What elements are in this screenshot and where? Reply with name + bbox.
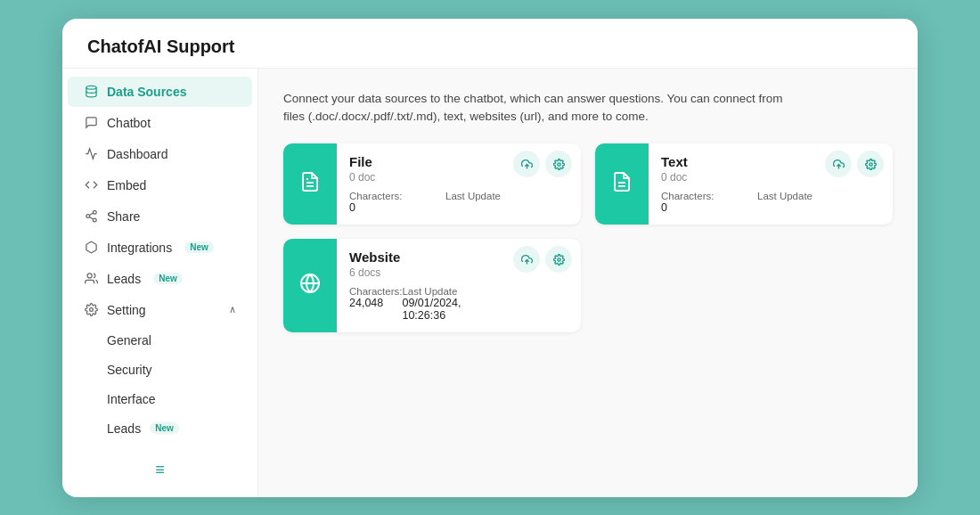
file-settings-button[interactable] xyxy=(545,151,572,177)
embed-icon xyxy=(84,178,98,192)
app-window: ChatofAI Support Data Sources Chatbot xyxy=(62,19,918,497)
text-settings-button[interactable] xyxy=(857,151,884,177)
svg-point-0 xyxy=(86,86,95,89)
file-card: File 0 doc Characters: 0 Last Update xyxy=(283,143,581,225)
svg-point-7 xyxy=(89,308,93,312)
text-chars-label: Characters: xyxy=(661,191,714,201)
file-card-accent xyxy=(283,143,337,225)
file-card-actions xyxy=(513,143,581,225)
svg-point-15 xyxy=(869,162,871,165)
sidebar-label-share: Share xyxy=(107,209,140,224)
website-action-buttons xyxy=(513,246,572,273)
svg-point-3 xyxy=(93,218,96,222)
db-icon xyxy=(84,85,98,99)
website-update-value: 09/01/2024, 10:26:36 xyxy=(402,297,501,322)
file-upload-button[interactable] xyxy=(513,151,540,177)
text-upload-button[interactable] xyxy=(825,151,852,177)
sidebar: Data Sources Chatbot Dashboard Embed xyxy=(62,69,258,497)
svg-point-19 xyxy=(557,258,559,260)
sidebar-item-share[interactable]: Share xyxy=(68,201,252,232)
sidebar-item-embed[interactable]: Embed xyxy=(68,170,252,200)
chat-icon xyxy=(84,116,98,130)
website-card-actions xyxy=(513,239,581,332)
submenu-general[interactable]: General xyxy=(68,326,252,355)
submenu-leads[interactable]: Leads New xyxy=(68,414,252,443)
website-chars-value: 24,048 xyxy=(349,297,402,309)
submenu-interface-label: Interface xyxy=(107,392,155,406)
file-icon xyxy=(299,171,321,198)
setting-icon xyxy=(84,303,98,317)
svg-line-5 xyxy=(89,213,93,215)
svg-point-1 xyxy=(93,210,96,214)
globe-icon xyxy=(299,273,321,299)
website-card-title: Website xyxy=(349,249,501,265)
file-chars-label: Characters: xyxy=(349,191,402,201)
text-update-label: Last Update xyxy=(757,191,813,201)
setting-row: Setting ∧ xyxy=(107,303,236,317)
file-card-update: Last Update xyxy=(445,191,501,201)
submenu-security-label: Security xyxy=(107,363,152,377)
website-settings-button[interactable] xyxy=(545,246,572,273)
website-update-label: Last Update xyxy=(402,286,501,297)
website-card-chars: Characters: 24,048 xyxy=(349,286,402,309)
sidebar-item-data-sources[interactable]: Data Sources xyxy=(68,77,252,107)
sidebar-item-chatbot[interactable]: Chatbot xyxy=(68,108,252,138)
text-card-update: Last Update xyxy=(757,191,813,201)
text-chars-value: 0 xyxy=(661,201,714,214)
main-layout: Data Sources Chatbot Dashboard Embed xyxy=(62,69,918,497)
text-card-subtitle: 0 doc xyxy=(661,171,813,184)
sidebar-item-integrations[interactable]: Integrations New xyxy=(68,233,252,263)
file-card-subtitle: 0 doc xyxy=(349,171,501,184)
text-card-title: Text xyxy=(661,154,813,169)
sidebar-bottom: ≡ xyxy=(62,450,257,490)
file-action-buttons xyxy=(513,151,572,177)
file-card-title: File xyxy=(349,154,501,169)
chevron-down-icon: ∧ xyxy=(229,304,236,315)
sidebar-label-integrations: Integrations xyxy=(107,241,172,255)
text-card-body: Text 0 doc Characters: 0 Last Update xyxy=(649,143,825,225)
sidebar-label-dashboard: Dashboard xyxy=(107,147,168,161)
sidebar-label-embed: Embed xyxy=(107,178,146,192)
file-card-chars: Characters: 0 xyxy=(349,191,402,214)
integration-icon xyxy=(84,241,98,255)
svg-point-11 xyxy=(557,162,559,165)
page-description: Connect your data sources to the chatbot… xyxy=(283,90,800,127)
sidebar-item-dashboard[interactable]: Dashboard xyxy=(68,139,252,169)
submenu-security[interactable]: Security xyxy=(68,356,252,384)
cards-grid: File 0 doc Characters: 0 Last Update xyxy=(283,143,893,332)
text-card-actions xyxy=(825,143,893,225)
app-title: ChatofAI Support xyxy=(87,37,893,57)
collapse-menu-button[interactable]: ≡ xyxy=(155,461,165,479)
website-card-body: Website 6 docs Characters: 24,048 Last U… xyxy=(337,239,513,332)
submenu-interface[interactable]: Interface xyxy=(68,385,252,413)
sidebar-label-leads: Leads xyxy=(107,272,141,286)
setting-label: Setting xyxy=(107,303,146,317)
leads-badge: New xyxy=(153,273,183,284)
text-card: Text 0 doc Characters: 0 Last Update xyxy=(595,143,893,225)
website-card-meta: Characters: 24,048 Last Update 09/01/202… xyxy=(349,286,501,322)
submenu-leads-label: Leads xyxy=(107,421,141,436)
svg-point-2 xyxy=(86,215,89,218)
chart-icon xyxy=(84,147,98,161)
text-card-meta: Characters: 0 Last Update xyxy=(661,191,813,214)
sidebar-item-leads[interactable]: Leads New xyxy=(68,264,252,294)
text-icon xyxy=(611,171,633,198)
website-card-accent xyxy=(283,239,337,332)
file-card-body: File 0 doc Characters: 0 Last Update xyxy=(337,143,513,225)
sidebar-label-chatbot: Chatbot xyxy=(107,116,151,130)
website-chars-label: Characters: xyxy=(349,286,402,297)
title-bar: ChatofAI Support xyxy=(62,19,918,69)
share-icon xyxy=(84,209,98,224)
website-card-update: Last Update 09/01/2024, 10:26:36 xyxy=(402,286,501,322)
svg-point-6 xyxy=(87,274,92,278)
sidebar-item-setting[interactable]: Setting ∧ xyxy=(68,295,252,325)
text-card-accent xyxy=(595,143,649,225)
file-chars-value: 0 xyxy=(349,201,402,214)
file-card-meta: Characters: 0 Last Update xyxy=(349,191,501,214)
website-card-subtitle: 6 docs xyxy=(349,266,501,279)
text-card-chars: Characters: 0 xyxy=(661,191,714,214)
main-content: Connect your data sources to the chatbot… xyxy=(258,69,918,497)
sidebar-label-data-sources: Data Sources xyxy=(107,85,186,99)
submenu-leads-badge: New xyxy=(150,422,179,434)
website-upload-button[interactable] xyxy=(513,246,540,273)
